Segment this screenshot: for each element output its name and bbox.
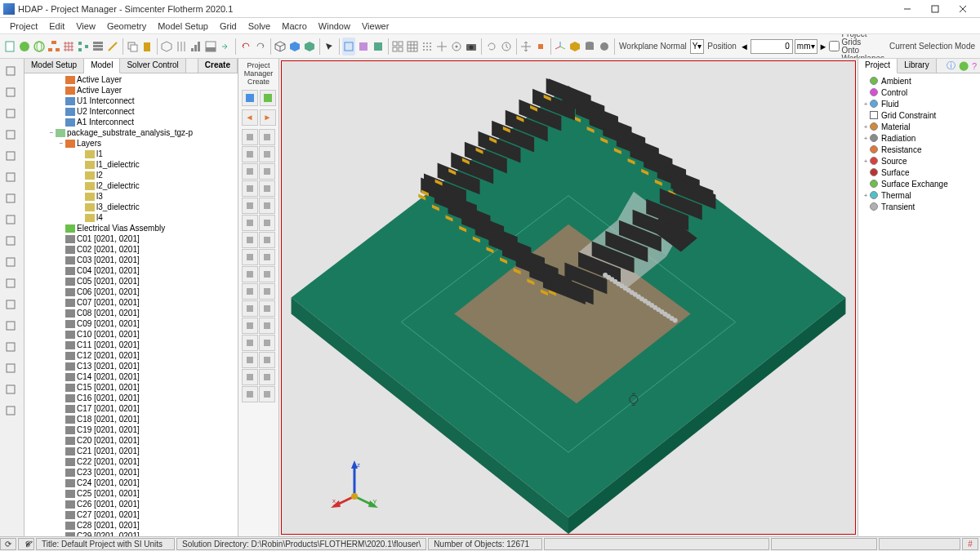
pm-view-icon[interactable]	[242, 90, 258, 106]
hint-icon[interactable]: ?	[972, 61, 977, 71]
pm-arrow-r-icon[interactable]: ►	[260, 109, 276, 126]
property-tree[interactable]: AmbientControl+FluidGrid Constraint+Mate…	[858, 73, 980, 536]
sphere-icon[interactable]	[598, 38, 611, 56]
snap-icon[interactable]	[534, 38, 547, 56]
prop-ambient[interactable]: Ambient	[858, 75, 980, 87]
move-icon[interactable]	[519, 38, 532, 56]
create-tool-5-1[interactable]	[259, 215, 275, 231]
tree-item[interactable]: C17 [0201, 0201]	[24, 403, 238, 414]
tree-item[interactable]: Active Layer	[24, 85, 238, 96]
tab-solver-control[interactable]: Solver Control	[120, 59, 185, 73]
tree-item[interactable]: C15 [0201, 0201]	[24, 382, 238, 393]
create-tool-13-0[interactable]	[242, 352, 258, 368]
book-icon[interactable]	[2, 211, 20, 229]
workplane-dropdown[interactable]: Y ▾	[690, 39, 705, 54]
tree-item[interactable]: C21 [0201, 0201]	[24, 446, 238, 456]
pm-arrow-l-icon[interactable]: ◄	[242, 109, 258, 126]
tree-item[interactable]: C28 [0201, 0201]	[24, 520, 238, 531]
eye-icon[interactable]	[2, 189, 20, 207]
status-icon-2[interactable]: 𝒞	[18, 538, 34, 550]
prop-fluid[interactable]: +Fluid	[858, 98, 980, 109]
hier-icon[interactable]	[47, 38, 60, 56]
prop-control[interactable]: Control	[858, 87, 980, 98]
status-grid-icon[interactable]: #	[962, 538, 978, 550]
tree-item[interactable]: C07 [0201, 0201]	[24, 297, 238, 308]
create-tool-6-1[interactable]	[259, 232, 275, 248]
prop-material[interactable]: +Material	[858, 121, 980, 132]
create-tool-14-1[interactable]	[259, 369, 275, 385]
prop-source[interactable]: +Source	[858, 155, 980, 167]
create-tool-1-1[interactable]	[259, 146, 275, 162]
target-icon[interactable]	[450, 38, 463, 56]
help-icon[interactable]: ⓘ	[947, 60, 956, 72]
projgrids-checkbox[interactable]: Project GridsOnto Workplanes	[829, 34, 884, 59]
position-unit-dropdown[interactable]: mm ▾	[795, 39, 817, 54]
minimize-button[interactable]	[893, 0, 921, 18]
close-button[interactable]	[949, 0, 977, 18]
tree-item[interactable]: C25 [0201, 0201]	[24, 488, 238, 499]
menu-window[interactable]: Window	[314, 20, 355, 33]
prop-surface-exchange[interactable]: Surface Exchange	[858, 178, 980, 189]
create-tool-6-0[interactable]	[242, 232, 258, 248]
create-tool-3-0[interactable]	[242, 180, 258, 197]
create-tool-8-1[interactable]	[259, 266, 275, 282]
prop-surface[interactable]: Surface	[858, 167, 980, 178]
create-tool-5-0[interactable]	[242, 215, 258, 231]
menu-macro[interactable]: Macro	[277, 20, 312, 33]
menu-project[interactable]: Project	[5, 20, 42, 33]
tree-item[interactable]: C16 [0201, 0201]	[24, 393, 238, 403]
tree-item[interactable]: Electrical Vias Assembly	[24, 223, 238, 233]
diamond-icon[interactable]	[2, 83, 20, 101]
camera-icon[interactable]	[465, 38, 478, 56]
tree-item[interactable]: C04 [0201, 0201]	[24, 265, 238, 276]
copy-icon[interactable]	[126, 38, 139, 56]
menu-model-setup[interactable]: Model Setup	[153, 20, 213, 33]
refresh-icon[interactable]	[485, 38, 498, 56]
position-input[interactable]	[751, 39, 793, 54]
dots2-icon[interactable]	[2, 147, 20, 165]
undo-icon[interactable]	[239, 38, 252, 56]
levels-icon[interactable]	[189, 38, 203, 56]
tab-model[interactable]: Model	[84, 59, 120, 73]
create-tool-0-1[interactable]	[259, 129, 275, 145]
tree-item[interactable]: C27 [0201, 0201]	[24, 509, 238, 520]
cross-icon[interactable]	[435, 38, 448, 56]
tree-item[interactable]: C12 [0201, 0201]	[24, 350, 238, 361]
tree-item[interactable]: C22 [0201, 0201]	[24, 456, 238, 467]
wave-icon[interactable]	[2, 338, 20, 356]
create-tool-15-0[interactable]	[242, 386, 258, 402]
redo-icon[interactable]	[254, 38, 267, 56]
tree-item[interactable]: C14 [0201, 0201]	[24, 371, 238, 382]
tree-item[interactable]: l2	[24, 170, 238, 180]
position-prev-icon[interactable]: ◄	[740, 38, 749, 56]
menu-solve[interactable]: Solve	[243, 20, 276, 33]
prop-grid-constraint[interactable]: Grid Constraint	[858, 109, 980, 121]
tree-item[interactable]: C13 [0201, 0201]	[24, 361, 238, 371]
tree-item[interactable]: l4	[24, 212, 238, 223]
tree-icon[interactable]	[77, 38, 90, 56]
bars-icon[interactable]	[2, 253, 20, 271]
tree-item[interactable]: U1 Interconnect	[24, 96, 238, 106]
grid4-icon[interactable]	[391, 38, 404, 56]
tree-item[interactable]: C18 [0201, 0201]	[24, 414, 238, 424]
grid-icon[interactable]	[62, 38, 75, 56]
history-icon[interactable]	[500, 38, 513, 56]
create-tool-13-1[interactable]	[259, 352, 275, 368]
tree-item[interactable]: l1_dielectric	[24, 159, 238, 170]
create-tool-14-0[interactable]	[242, 369, 258, 385]
create-tool-9-1[interactable]	[259, 283, 275, 300]
create-tool-11-0[interactable]	[242, 318, 258, 334]
tab-model-setup[interactable]: Model Setup	[24, 59, 84, 73]
right-icon[interactable]	[219, 38, 232, 56]
tree-item[interactable]: C02 [0201, 0201]	[24, 244, 238, 255]
tree-item[interactable]: C23 [0201, 0201]	[24, 467, 238, 478]
menu-edit[interactable]: Edit	[44, 20, 69, 33]
tree-item[interactable]: C11 [0201, 0201]	[24, 340, 238, 350]
stack-icon[interactable]	[91, 38, 105, 56]
create-tool-3-1[interactable]	[259, 180, 275, 197]
user-icon[interactable]: ⬤	[959, 60, 969, 71]
paste-icon[interactable]	[140, 38, 154, 56]
pattern-icon[interactable]	[2, 295, 20, 313]
yellow-cube-icon[interactable]	[568, 38, 581, 56]
tree-item[interactable]: l2_dielectric	[24, 180, 238, 191]
